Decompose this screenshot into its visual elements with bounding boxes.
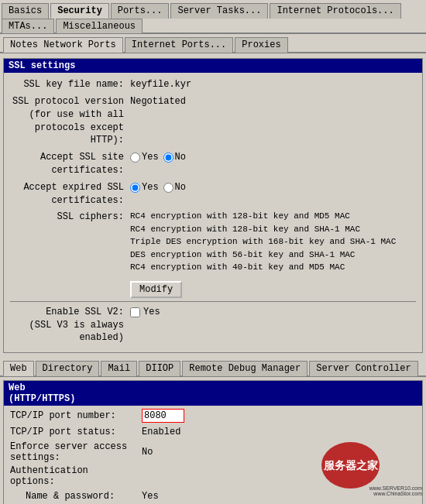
subtab-internet-ports[interactable]: Internet Ports...	[125, 37, 233, 53]
accept-ssl-site-yes-radio[interactable]: Yes	[130, 151, 159, 164]
accept-expired-yes-input[interactable]	[130, 183, 140, 193]
bottom-tab-bar: Web Directory Mail DIIOP Remote Debug Ma…	[0, 358, 426, 377]
tcp-port-number-label: TCP/IP port number:	[10, 410, 142, 421]
accept-ssl-site-yes-input[interactable]	[130, 153, 140, 163]
tab-diiop[interactable]: DIIOP	[139, 361, 180, 376]
accept-expired-ssl-value: Yes No	[130, 180, 416, 194]
ssl-protocol-version-row: SSL protocol version (for use with all p…	[10, 94, 416, 147]
cipher-item-4: RC4 encryption with 40-bit key and MD5 M…	[130, 261, 416, 274]
accept-ssl-site-certs-label: Accept SSL site certificates:	[10, 150, 130, 177]
enforce-server-access-row: Enforce server access settings: No	[10, 441, 416, 463]
security-sub-tab-bar: Notes Network Ports Internet Ports... Pr…	[0, 34, 426, 53]
name-password-label-1: Name & password:	[10, 491, 142, 502]
enable-ssl-v2-note: (SSL V3 is always enabled)	[10, 319, 124, 345]
enable-ssl-v2-row: Enable SSL V2: (SSL V3 is always enabled…	[10, 305, 416, 345]
modify-btn-row: Modify	[10, 277, 416, 298]
tab-server-controller[interactable]: Server Controller	[309, 361, 417, 376]
accept-ssl-site-no-radio[interactable]: No	[163, 151, 186, 164]
web-section-content: TCP/IP port number: TCP/IP port status: …	[4, 406, 422, 504]
accept-ssl-site-certs-row: Accept SSL site certificates: Yes No	[10, 150, 416, 177]
enable-ssl-v2-label: Enable SSL V2:	[10, 306, 124, 319]
main-tab-bar: Basics Security Ports... Server Tasks...…	[0, 0, 426, 34]
web-section-subtitle: (HTTP/HTTPS)	[9, 393, 75, 404]
tcp-port-number-row: TCP/IP port number:	[10, 409, 416, 423]
enable-ssl-v2-outer-label: Enable SSL V2: (SSL V3 is always enabled…	[10, 305, 130, 345]
auth-options-header-label: Authentication options:	[10, 465, 142, 487]
tab-directory[interactable]: Directory	[36, 361, 100, 376]
web-section-header: Web (HTTP/HTTPS)	[4, 381, 422, 406]
accept-expired-ssl-row: Accept expired SSL certificates: Yes No	[10, 180, 416, 207]
tab-mtas[interactable]: MTAs...	[2, 19, 54, 33]
tcp-port-number-value	[142, 409, 416, 423]
accept-expired-no-radio[interactable]: No	[163, 181, 186, 194]
tab-remote-debug-manager[interactable]: Remote Debug Manager	[182, 361, 307, 376]
tcp-port-status-value: Enabled	[142, 427, 416, 437]
enforce-server-access-value: No	[142, 447, 416, 458]
cipher-item-0: RC4 encryption with 128-bit key and MD5 …	[130, 210, 416, 223]
enable-ssl-v2-value: Yes	[130, 305, 416, 319]
ssl-ciphers-list: RC4 encryption with 128-bit key and MD5 …	[130, 210, 416, 274]
subtab-proxies[interactable]: Proxies	[235, 37, 287, 53]
tcp-port-status-label: TCP/IP port status:	[10, 427, 142, 437]
web-section: Web (HTTP/HTTPS) TCP/IP port number: TCP…	[3, 380, 423, 504]
ssl-protocol-version-label: SSL protocol version (for use with all p…	[10, 94, 130, 147]
tab-internet-protocols[interactable]: Internet Protocols...	[270, 3, 400, 19]
tab-ports[interactable]: Ports...	[111, 3, 170, 19]
ssl-settings-content: SSL key file name: keyfile.kyr SSL proto…	[4, 73, 422, 352]
modify-btn-container: Modify	[130, 277, 416, 298]
tab-mail[interactable]: Mail	[101, 361, 137, 376]
ssl-key-file-label: SSL key file name:	[10, 77, 130, 91]
cipher-item-3: DES encryption with 56-bit key and SHA-1…	[130, 249, 416, 262]
accept-ssl-site-no-input[interactable]	[163, 153, 173, 163]
web-section-title: Web	[9, 382, 26, 393]
ssl-settings-title: SSL settings	[4, 59, 422, 73]
tab-basics[interactable]: Basics	[2, 3, 49, 19]
ssl-ciphers-section: SSL ciphers: RC4 encryption with 128-bit…	[10, 210, 416, 274]
accept-expired-ssl-label: Accept expired SSL certificates:	[10, 180, 130, 207]
ssl-divider	[10, 301, 416, 302]
subtab-notes-network-ports[interactable]: Notes Network Ports	[3, 37, 123, 53]
modify-btn-spacer	[10, 277, 130, 278]
tab-server-tasks[interactable]: Server Tasks...	[170, 3, 268, 19]
enforce-server-access-label: Enforce server access settings:	[10, 441, 142, 463]
ssl-settings-section: SSL settings SSL key file name: keyfile.…	[3, 58, 423, 353]
modify-button[interactable]: Modify	[130, 281, 182, 298]
ssl-ciphers-label: SSL ciphers:	[10, 210, 130, 222]
ssl-key-file-value: keyfile.kyr	[130, 77, 416, 91]
accept-expired-no-label: No	[175, 181, 186, 194]
cipher-item-2: Triple DES encryption with 168-bit key a…	[130, 235, 416, 249]
name-password-row-1: Name & password: Yes	[10, 489, 416, 503]
enable-ssl-v2-checkbox[interactable]	[130, 307, 140, 317]
accept-ssl-site-no-label: No	[175, 151, 186, 164]
tab-miscellaneous[interactable]: Miscellaneous	[56, 19, 143, 33]
name-password-value-1: Yes	[142, 491, 416, 502]
accept-expired-yes-radio[interactable]: Yes	[130, 181, 159, 194]
ssl-key-file-row: SSL key file name: keyfile.kyr	[10, 77, 416, 91]
cipher-item-1: RC4 encryption with 128-bit key and SHA-…	[130, 223, 416, 236]
auth-options-header-row: Authentication options:	[10, 465, 416, 487]
enable-ssl-v2-text: Yes	[143, 306, 160, 319]
tcp-port-number-input[interactable]	[142, 409, 184, 423]
accept-ssl-site-yes-label: Yes	[142, 151, 159, 164]
tab-security[interactable]: Security	[50, 3, 109, 19]
tab-web[interactable]: Web	[3, 361, 34, 376]
accept-expired-no-input[interactable]	[163, 183, 173, 193]
accept-ssl-site-certs-value: Yes No	[130, 150, 416, 164]
tcp-port-status-row: TCP/IP port status: Enabled	[10, 425, 416, 439]
accept-expired-yes-label: Yes	[142, 181, 159, 194]
ssl-protocol-version-value: Negotiated	[130, 94, 416, 108]
